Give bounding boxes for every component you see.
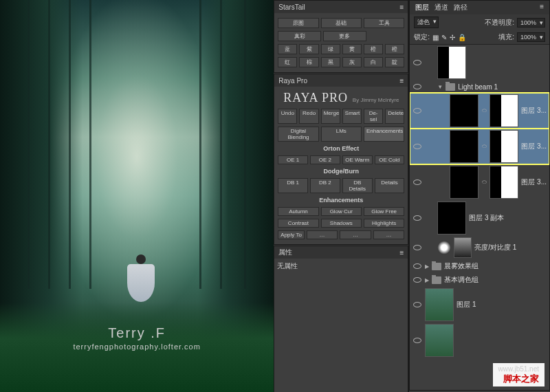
mask-thumbnail[interactable]	[490, 166, 518, 199]
layer-name[interactable]: 基本调色组	[444, 275, 547, 285]
layer-row-selected[interactable]: ⬭ 图层 3...	[410, 129, 549, 164]
lock-trans-icon[interactable]: ▦	[432, 34, 439, 41]
layer-name[interactable]: 晨雾效果组	[444, 261, 547, 271]
st-btn-0[interactable]: 原图	[278, 18, 318, 28]
expand-toggle-icon[interactable]: ▶	[425, 277, 429, 283]
layer-row-selected[interactable]: ⬭ 图层 3...	[410, 93, 549, 129]
layer-row[interactable]: 图层 3 副本	[410, 200, 549, 236]
oe2-button[interactable]: OE 2	[310, 155, 340, 164]
visibility-toggle-icon[interactable]	[412, 262, 422, 270]
layer-name[interactable]: 图层 1	[456, 300, 547, 309]
db2-button[interactable]: DB 2	[310, 178, 340, 193]
layer-name[interactable]: 亮度/对比度 1	[474, 243, 547, 252]
blend-mode-select[interactable]: 滤色	[414, 17, 439, 28]
panel-menu-icon[interactable]: ≡	[399, 249, 404, 257]
panel-menu-icon[interactable]: ≡	[399, 3, 404, 11]
mask-thumbnail[interactable]	[454, 237, 472, 258]
link-icon[interactable]: ⬭	[481, 143, 487, 150]
st-g6[interactable]: 红	[278, 57, 297, 67]
glowcur-button[interactable]: Glow Cur	[321, 207, 362, 216]
visibility-toggle-icon[interactable]	[412, 58, 422, 67]
st-g7[interactable]: 棕	[299, 57, 318, 67]
layer-thumbnail[interactable]	[450, 166, 478, 199]
st-g2[interactable]: 绿	[321, 44, 340, 54]
delete-button[interactable]: Delete	[385, 109, 404, 124]
contrast-button[interactable]: Contrast	[278, 219, 318, 228]
apply-opt-0[interactable]: …	[307, 230, 338, 239]
visibility-toggle-icon[interactable]	[412, 336, 422, 345]
tab-enhancements[interactable]: Enhancements	[364, 127, 404, 142]
fill-input[interactable]: 100%	[517, 32, 545, 42]
st-btn-3[interactable]: 真彩	[278, 31, 321, 41]
st-g5[interactable]: 橙	[385, 44, 404, 54]
apply-opt-2[interactable]: …	[373, 230, 404, 239]
visibility-toggle-icon[interactable]	[412, 301, 422, 309]
visibility-toggle-icon[interactable]	[412, 142, 422, 151]
layer-row[interactable]: 亮度/对比度 1	[410, 236, 549, 259]
link-icon[interactable]: ⬭	[481, 107, 487, 114]
layer-name[interactable]: 图层 3...	[521, 177, 547, 187]
layer-row[interactable]	[410, 323, 549, 358]
layer-thumbnail[interactable]	[425, 288, 454, 321]
oe1-button[interactable]: OE 1	[278, 155, 308, 164]
tab-paths[interactable]: 路径	[454, 3, 468, 12]
link-icon[interactable]: ⬭	[481, 179, 487, 186]
st-g11[interactable]: 靛	[385, 57, 404, 67]
layer-row[interactable]: 图层 1	[410, 287, 549, 323]
tab-lms[interactable]: LMs	[321, 127, 362, 142]
st-btn-1[interactable]: 基础	[321, 18, 362, 28]
st-g4[interactable]: 橙	[364, 44, 383, 54]
layer-group-row[interactable]: ▶ 基本调色组	[410, 273, 549, 287]
autumn-button[interactable]: Autumn	[278, 207, 318, 216]
visibility-toggle-icon[interactable]	[412, 107, 422, 115]
db1-button[interactable]: DB 1	[278, 178, 308, 193]
visibility-toggle-icon[interactable]	[412, 276, 422, 284]
shadows-button[interactable]: Shadows	[321, 219, 362, 228]
layer-thumbnail[interactable]	[450, 130, 478, 163]
visibility-toggle-icon[interactable]	[412, 243, 422, 252]
layer-row[interactable]	[410, 45, 549, 80]
desel-button[interactable]: De-sel	[364, 109, 383, 124]
st-g8[interactable]: 黑	[321, 57, 340, 67]
smart-button[interactable]: Smart	[342, 109, 362, 124]
tab-layers[interactable]: 图层	[415, 3, 429, 12]
mask-thumbnail[interactable]	[490, 130, 518, 163]
expand-toggle-icon[interactable]: ▶	[425, 263, 429, 270]
redo-button[interactable]: Redo	[299, 109, 318, 124]
visibility-toggle-icon[interactable]	[412, 214, 422, 222]
layer-name[interactable]: 图层 3 副本	[469, 213, 547, 223]
lock-all-icon[interactable]: 🔒	[458, 34, 466, 41]
oewarm-button[interactable]: OE Warm	[342, 155, 373, 164]
st-g9[interactable]: 灰	[342, 57, 362, 67]
merge-button[interactable]: Merge	[321, 109, 340, 124]
layer-group-row[interactable]: ▼ Light beam 1	[410, 80, 549, 93]
opacity-input[interactable]: 100%	[517, 18, 545, 28]
layer-name[interactable]: Light beam 1	[458, 83, 547, 91]
mask-thumbnail[interactable]	[490, 94, 518, 127]
st-btn-4[interactable]: 更多	[323, 31, 366, 41]
details-button[interactable]: Details	[375, 178, 405, 193]
lock-brush-icon[interactable]: ✎	[441, 34, 447, 41]
layer-group-row[interactable]: ▶ 晨雾效果组	[410, 259, 549, 273]
lock-move-icon[interactable]: ✢	[450, 34, 455, 41]
layer-thumbnail[interactable]	[437, 202, 466, 235]
layer-name[interactable]: 图层 3...	[521, 106, 547, 116]
undo-button[interactable]: Undo	[278, 109, 297, 124]
apply-opt-1[interactable]: …	[340, 230, 371, 239]
visibility-toggle-icon[interactable]	[412, 83, 422, 91]
layer-row[interactable]: ⬭ 图层 3...	[410, 164, 549, 200]
st-btn-2[interactable]: 工具	[364, 18, 404, 28]
oecold-button[interactable]: OE Cold	[375, 155, 405, 164]
panel-menu-icon[interactable]: ≡	[399, 77, 404, 85]
highlights-button[interactable]: Highlights	[364, 219, 404, 228]
layer-name[interactable]: 图层 3...	[521, 142, 547, 151]
layer-thumbnail[interactable]	[450, 94, 478, 127]
layer-thumbnail[interactable]	[437, 46, 466, 79]
tab-digital-blending[interactable]: Digital Blending	[278, 127, 318, 142]
expand-toggle-icon[interactable]: ▼	[437, 84, 443, 90]
dbdetails-button[interactable]: DB Details	[342, 178, 373, 193]
layer-thumbnail[interactable]	[425, 324, 454, 357]
st-g3[interactable]: 黄	[342, 44, 362, 54]
st-g10[interactable]: 白	[364, 57, 383, 67]
st-g0[interactable]: 蓝	[278, 44, 297, 54]
